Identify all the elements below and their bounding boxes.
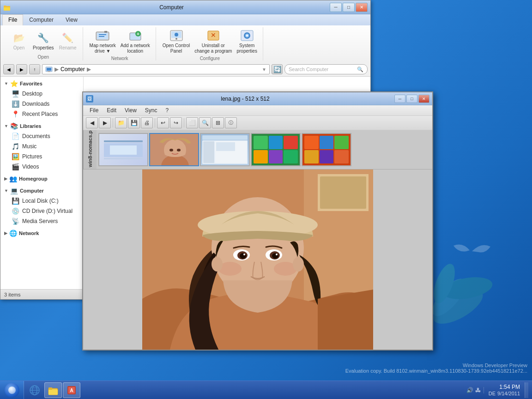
- rename-icon: ✏️: [60, 30, 75, 45]
- viewer-close-button[interactable]: ✕: [418, 95, 429, 103]
- viewer-rotate-right-button[interactable]: ↪: [170, 117, 182, 128]
- thumb1-inner: [110, 145, 137, 155]
- sidebar-item-videos[interactable]: 🎬 Videos: [0, 162, 83, 172]
- metro-tile-3: [284, 136, 298, 149]
- explorer-minimize-button[interactable]: ─: [330, 3, 342, 12]
- recent-label: Recent Places: [22, 111, 58, 117]
- desktop-icon: 🖥️: [12, 90, 19, 97]
- search-box[interactable]: Search Computer 🔍: [284, 64, 368, 74]
- svg-text:✕: ✕: [211, 31, 216, 39]
- sidebar-libraries-header[interactable]: ▼ 📚 Libraries: [0, 121, 83, 131]
- thumb3-img: [216, 142, 235, 151]
- network-tray-icon[interactable]: 🖧: [475, 387, 481, 393]
- viewer-menu-view[interactable]: View: [121, 106, 140, 115]
- ribbon-map-drive-button[interactable]: Map networkdrive ▼: [88, 27, 118, 55]
- ribbon-group-open-label: Open: [38, 54, 49, 60]
- sidebar-item-recent-places[interactable]: 📍 Recent Places: [0, 109, 83, 119]
- taskbar-ie-button[interactable]: [26, 382, 43, 398]
- viewer-maximize-button[interactable]: □: [406, 95, 417, 103]
- viewer-save-button[interactable]: 💾: [128, 117, 140, 128]
- sidebar-network-header[interactable]: ▶ 🌐 Network: [0, 228, 83, 238]
- viewer-rotate-left-button[interactable]: ↩: [157, 117, 169, 128]
- metro-tile-7: [304, 136, 319, 149]
- ribbon-tab-view[interactable]: View: [60, 14, 84, 25]
- viewer-prev-button[interactable]: ◀: [86, 117, 98, 128]
- thumbnail-3[interactable]: [200, 133, 250, 166]
- explorer-maximize-button[interactable]: □: [343, 3, 355, 12]
- explorer-window-controls: ─ □ ✕: [330, 3, 368, 12]
- up-button[interactable]: ↑: [29, 64, 40, 74]
- refresh-button[interactable]: 🔄: [272, 64, 283, 74]
- svg-point-23: [246, 35, 248, 36]
- sidebar-homegroup-header[interactable]: ▶ 👥 Homegroup: [0, 174, 83, 184]
- viewer-menu-sync[interactable]: Sync: [141, 106, 161, 115]
- viewer-info-button[interactable]: ⓘ: [225, 117, 237, 128]
- sidebar-item-documents[interactable]: 📄 Documents: [0, 131, 83, 141]
- ribbon-control-panel-button[interactable]: Open ControlPanel: [161, 27, 192, 55]
- thumbnail-label: win8-nomacs.png: [83, 130, 97, 169]
- volume-icon[interactable]: 🔊: [466, 387, 473, 393]
- taskbar-unknown-button[interactable]: A: [63, 382, 80, 398]
- taskbar-explorer-button[interactable]: [44, 382, 62, 398]
- pictures-icon: 🖼️: [12, 153, 19, 160]
- svg-rect-9: [99, 34, 106, 35]
- address-path[interactable]: ▶ Computer ▶ ▼: [42, 64, 270, 74]
- back-button[interactable]: ◀: [3, 64, 14, 74]
- sidebar-item-downloads[interactable]: ⬇️ Downloads: [0, 99, 83, 109]
- viewer-print-button[interactable]: 🖨: [141, 117, 153, 128]
- viewer-fit-button[interactable]: ⬜: [186, 117, 198, 128]
- ribbon-open-button[interactable]: 📂 Open: [8, 30, 30, 52]
- sidebar-item-local-disk[interactable]: 💾 Local Disk (C:): [0, 196, 83, 206]
- sidebar-item-desktop[interactable]: 🖥️ Desktop: [0, 89, 83, 99]
- sidebar-item-pictures[interactable]: 🖼️ Pictures: [0, 151, 83, 162]
- sidebar-item-cd-drive[interactable]: 💿 CD Drive (D:) Virtual: [0, 206, 83, 216]
- status-text: 3 items: [4, 292, 20, 297]
- ribbon-system-props-button[interactable]: Systemproperties: [235, 27, 259, 55]
- viewer-next-button[interactable]: ▶: [99, 117, 111, 128]
- ribbon-uninstall-button[interactable]: ✕ Uninstall orchange a program: [193, 27, 234, 55]
- network-arrow: ▶: [4, 231, 7, 236]
- svg-rect-5: [4, 7, 10, 11]
- thumbnail-4[interactable]: [251, 133, 301, 166]
- explorer-close-button[interactable]: ✕: [356, 3, 368, 12]
- start-button[interactable]: [0, 381, 24, 399]
- ribbon-rename-button[interactable]: ✏️ Rename: [57, 30, 79, 52]
- ribbon-add-location-button[interactable]: + Add a networklocation: [119, 27, 152, 55]
- cd-drive-label: CD Drive (D:) Virtual: [22, 208, 73, 214]
- thumbnail-5[interactable]: [302, 133, 351, 166]
- taskbar: A 🔊 🖧 1:54 PM DE 9/14/2011: [0, 381, 532, 399]
- ribbon-properties-button[interactable]: 🔧 Properties: [31, 30, 56, 52]
- svg-rect-37: [320, 176, 366, 209]
- ribbon-configure-items: Open ControlPanel ✕ Uninstall orchange a…: [161, 27, 259, 55]
- taskbar-right: 🔊 🖧 1:54 PM DE 9/14/2011: [460, 382, 532, 398]
- add-location-icon: +: [128, 28, 143, 43]
- viewer-zoom-button[interactable]: 🔍: [199, 117, 211, 128]
- svg-rect-17: [175, 33, 178, 36]
- thumb3-content: [215, 141, 247, 163]
- address-dropdown-arrow[interactable]: ▼: [262, 67, 266, 72]
- viewer-open-button[interactable]: 📁: [115, 117, 127, 128]
- svg-point-50: [212, 257, 223, 272]
- thumbnail-2[interactable]: [149, 133, 199, 166]
- thumbnail-strip: win8-nomacs.png: [83, 130, 432, 169]
- sidebar-item-media-servers[interactable]: 📡 Media Servers: [0, 216, 83, 226]
- sidebar-item-music[interactable]: 🎵 Music: [0, 141, 83, 151]
- ribbon-tab-computer[interactable]: Computer: [23, 14, 60, 25]
- sidebar-computer-header[interactable]: ▼ 💻 Computer: [0, 186, 83, 196]
- explorer-titlebar-icon: [3, 4, 11, 11]
- documents-label: Documents: [22, 133, 50, 139]
- clock[interactable]: 1:54 PM DE 9/14/2011: [486, 384, 523, 397]
- open-icon: 📂: [12, 30, 26, 45]
- viewer-menu-edit[interactable]: Edit: [103, 106, 120, 115]
- viewer-fullscreen-button[interactable]: ⊞: [212, 117, 224, 128]
- properties-label: Properties: [33, 45, 54, 51]
- viewer-minimize-button[interactable]: ─: [394, 95, 405, 103]
- thumbnail-1[interactable]: [98, 133, 148, 166]
- show-desktop-button[interactable]: [525, 382, 528, 398]
- viewer-menu-help[interactable]: ?: [162, 106, 173, 115]
- ribbon-tab-file[interactable]: File: [2, 14, 23, 25]
- sidebar-favorites-header[interactable]: ▼ ⭐ Favorites: [0, 79, 83, 89]
- rename-label: Rename: [59, 45, 77, 51]
- viewer-menu-file[interactable]: File: [86, 106, 102, 115]
- forward-button[interactable]: ▶: [16, 64, 27, 74]
